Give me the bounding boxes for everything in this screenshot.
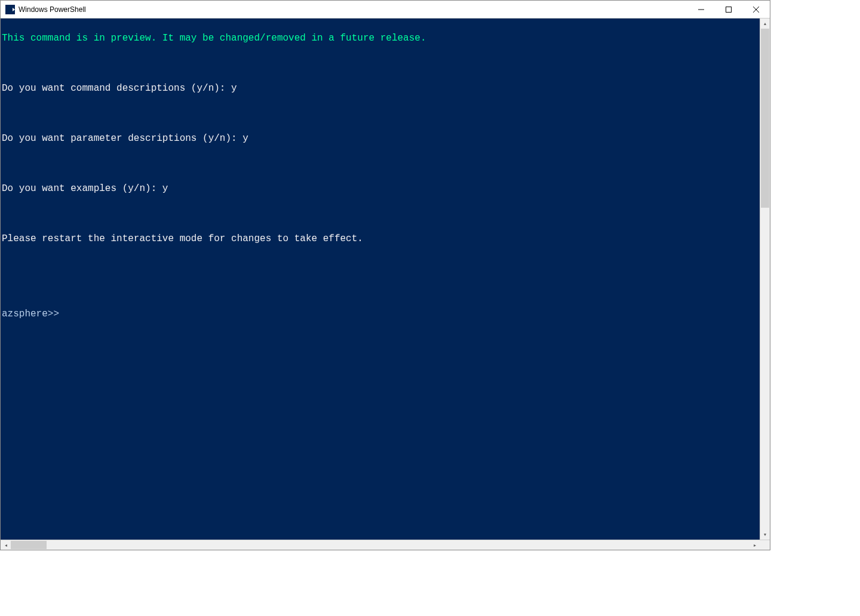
close-button[interactable] [742, 1, 770, 19]
titlebar[interactable]: Windows PowerShell [1, 1, 770, 19]
powershell-window: Windows PowerShell This command is in pr… [0, 0, 770, 550]
vertical-scroll-thumb[interactable] [761, 29, 769, 208]
maximize-icon [726, 7, 732, 13]
svg-rect-0 [726, 7, 732, 12]
question-examples: Do you want examples (y/n): y [2, 183, 760, 195]
close-icon [753, 7, 759, 13]
prompt-line[interactable]: azsphere>> [2, 308, 760, 321]
terminal-wrap: This command is in preview. It may be ch… [1, 19, 770, 540]
maximize-button[interactable] [715, 1, 742, 19]
question-cmd-desc: Do you want command descriptions (y/n): … [2, 82, 760, 95]
restart-message: Please restart the interactive mode for … [2, 233, 760, 245]
client-area: This command is in preview. It may be ch… [1, 19, 770, 550]
minimize-icon [698, 7, 704, 13]
horizontal-scroll-thumb[interactable] [11, 541, 47, 549]
preview-notice: This command is in preview. It may be ch… [2, 32, 760, 45]
question-param-desc: Do you want parameter descriptions (y/n)… [2, 133, 760, 145]
horizontal-scrollbar[interactable]: ◂ ▸ [1, 540, 770, 550]
powershell-icon [5, 5, 15, 14]
scroll-right-arrow-icon[interactable]: ▸ [750, 540, 760, 550]
scroll-up-arrow-icon[interactable]: ▴ [760, 19, 770, 29]
scrollbar-corner [760, 540, 770, 550]
terminal[interactable]: This command is in preview. It may be ch… [1, 19, 760, 540]
horizontal-scroll-track[interactable] [11, 540, 750, 550]
window-title: Windows PowerShell [19, 5, 86, 14]
vertical-scrollbar[interactable]: ▴ ▾ [760, 19, 770, 540]
minimize-button[interactable] [687, 1, 715, 19]
scroll-left-arrow-icon[interactable]: ◂ [1, 540, 11, 550]
scroll-down-arrow-icon[interactable]: ▾ [760, 529, 770, 540]
